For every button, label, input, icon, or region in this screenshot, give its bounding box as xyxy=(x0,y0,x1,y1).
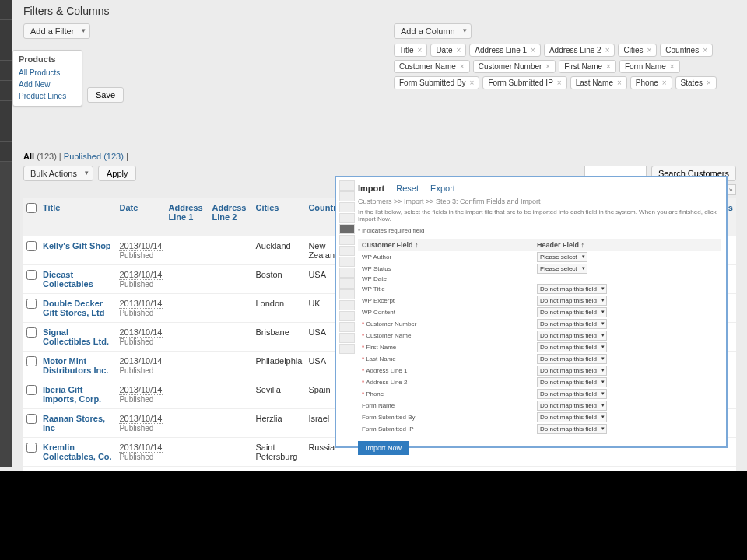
field-map-row: WP StatusPlease select xyxy=(358,263,721,275)
field-map-row: *PhoneDo not map this field xyxy=(358,388,721,400)
row-title-link[interactable]: Iberia Gift Imports, Corp. xyxy=(43,385,101,404)
add-filter-select[interactable]: Add a Filter xyxy=(23,23,90,39)
map-select[interactable]: Do not map this field xyxy=(537,331,607,341)
column-chip[interactable]: Address Line 2× xyxy=(544,44,615,57)
map-select[interactable]: Do not map this field xyxy=(537,284,607,294)
column-chip[interactable]: Customer Number× xyxy=(473,60,556,73)
column-header[interactable]: Address Line 1 xyxy=(166,198,209,236)
row-checkbox[interactable] xyxy=(26,356,37,366)
close-icon[interactable]: × xyxy=(647,46,651,54)
row-checkbox[interactable] xyxy=(26,270,37,280)
map-select[interactable]: Do not map this field xyxy=(537,401,607,411)
close-icon[interactable]: × xyxy=(606,62,611,71)
close-icon[interactable]: × xyxy=(457,46,461,54)
products-menu-item[interactable]: All Products xyxy=(19,67,76,79)
close-icon[interactable]: × xyxy=(617,79,622,87)
field-map-row: WP TitleDo not map this field xyxy=(358,283,721,295)
map-select[interactable]: Do not map this field xyxy=(537,342,607,352)
field-map-row: Form NameDo not map this field xyxy=(358,400,721,411)
close-icon[interactable]: × xyxy=(703,46,707,54)
column-chip[interactable]: First Name× xyxy=(559,60,616,73)
close-icon[interactable]: × xyxy=(531,46,535,54)
import-breadcrumb: Customers >> Import >> Step 3: Confirm F… xyxy=(358,198,721,205)
field-map-row: *Last NameDo not map this field xyxy=(358,353,721,365)
field-map-row: *Customer NameDo not map this field xyxy=(358,330,721,341)
bulk-actions-select[interactable]: Bulk Actions xyxy=(23,166,93,181)
map-select[interactable]: Do not map this field xyxy=(537,319,607,329)
tab-export[interactable]: Export xyxy=(430,184,455,193)
products-menu-item[interactable]: Add New xyxy=(19,79,76,90)
field-map-row: Form Submitted ByDo not map this field xyxy=(358,411,721,423)
import-now-button[interactable]: Import Now xyxy=(358,441,409,455)
column-chip[interactable]: Form Name× xyxy=(619,60,680,73)
row-title-link[interactable]: Raanan Stores, Inc xyxy=(43,414,105,432)
row-checkbox[interactable] xyxy=(26,443,37,453)
column-chip[interactable]: Date× xyxy=(430,44,466,57)
row-checkbox[interactable] xyxy=(26,327,37,338)
row-title-link[interactable]: Diecast Collectables xyxy=(43,270,93,289)
map-select[interactable]: Do not map this field xyxy=(537,389,607,399)
row-title-link[interactable]: Kremlin Collectables, Co. xyxy=(43,443,112,461)
apply-button[interactable]: Apply xyxy=(98,166,137,181)
row-title-link[interactable]: Double Decker Gift Stores, Ltd xyxy=(43,299,104,317)
map-select[interactable]: Do not map this field xyxy=(537,307,607,317)
row-title-link[interactable]: Motor Mint Distributors Inc. xyxy=(43,356,108,375)
row-title-link[interactable]: Kelly's Gift Shop xyxy=(43,241,111,250)
map-select[interactable]: Do not map this field xyxy=(537,412,607,422)
column-chip[interactable]: Form Submitted By× xyxy=(394,76,479,89)
column-header[interactable]: Cities xyxy=(252,198,305,236)
map-select[interactable]: Please select xyxy=(537,252,587,262)
row-checkbox[interactable] xyxy=(26,414,37,424)
column-chip[interactable]: Address Line 1× xyxy=(469,44,541,57)
field-map-row: *Customer NumberDo not map this field xyxy=(358,318,721,330)
row-checkbox[interactable] xyxy=(26,385,37,395)
close-icon[interactable]: × xyxy=(418,46,423,54)
column-chip[interactable]: States× xyxy=(675,76,717,89)
column-chip[interactable]: Last Name× xyxy=(570,76,627,89)
field-map-row: Form Submitted IPDo not map this field xyxy=(358,423,721,435)
close-icon[interactable]: × xyxy=(605,46,610,54)
column-header[interactable]: Title xyxy=(40,198,116,236)
select-all-checkbox[interactable] xyxy=(26,203,37,213)
column-chip[interactable]: Cities× xyxy=(618,44,657,57)
import-panel: Import Reset Export Customers >> Import … xyxy=(335,176,728,448)
close-icon[interactable]: × xyxy=(460,62,465,71)
field-map-row: *First NameDo not map this field xyxy=(358,341,721,353)
column-chip[interactable]: Title× xyxy=(394,44,427,57)
add-column-select[interactable]: Add a Column xyxy=(394,23,472,39)
row-checkbox[interactable] xyxy=(26,241,37,251)
column-chip[interactable]: Form Submitted IP× xyxy=(482,76,566,89)
map-select[interactable]: Do not map this field xyxy=(537,424,607,434)
column-header[interactable]: Address Line 2 xyxy=(209,198,252,236)
tab-import[interactable]: Import xyxy=(358,184,384,193)
close-icon[interactable]: × xyxy=(670,62,675,71)
published-filter-link[interactable]: Published (123) xyxy=(64,152,124,161)
black-region xyxy=(0,471,747,560)
map-select[interactable]: Do not map this field xyxy=(537,354,607,364)
close-icon[interactable]: × xyxy=(545,62,550,71)
map-select[interactable]: Do not map this field xyxy=(537,296,607,306)
close-icon[interactable]: × xyxy=(662,79,667,87)
tab-reset[interactable]: Reset xyxy=(396,184,419,193)
field-map-row: WP ExcerptDo not map this field xyxy=(358,295,721,306)
field-map-row: WP AuthorPlease select xyxy=(358,251,721,263)
column-chip[interactable]: Phone× xyxy=(630,76,672,89)
map-select[interactable]: Do not map this field xyxy=(537,377,607,387)
field-map-row: WP Date xyxy=(358,275,721,283)
products-menu-item[interactable]: Product Lines xyxy=(19,90,76,102)
close-icon[interactable]: × xyxy=(470,79,475,87)
field-map-row: *Address Line 1Do not map this field xyxy=(358,365,721,376)
map-select[interactable]: Please select xyxy=(537,264,587,274)
row-checkbox[interactable] xyxy=(26,299,37,309)
column-header[interactable]: Date xyxy=(116,198,165,236)
field-map-row: WP ContentDo not map this field xyxy=(358,306,721,318)
close-icon[interactable]: × xyxy=(557,79,562,87)
close-icon[interactable]: × xyxy=(707,79,711,87)
save-button[interactable]: Save xyxy=(87,87,124,103)
map-select[interactable]: Do not map this field xyxy=(537,366,607,376)
column-chip[interactable]: Customer Name× xyxy=(394,60,470,73)
page-title: Filters & Columns xyxy=(23,5,736,17)
row-title-link[interactable]: Signal Collectibles Ltd. xyxy=(43,327,109,346)
admin-rail xyxy=(0,0,12,467)
column-chip[interactable]: Countries× xyxy=(660,44,713,57)
